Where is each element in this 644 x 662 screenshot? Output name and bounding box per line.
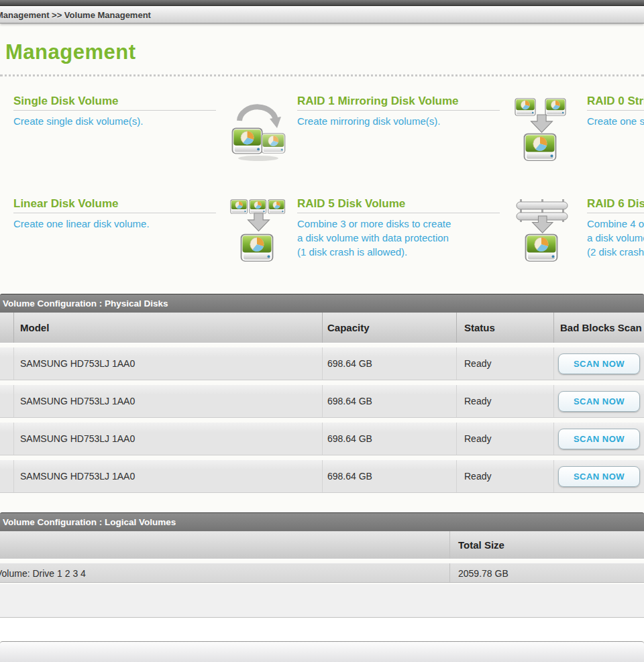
option-desc: Create one striping disk volume(s).	[587, 114, 644, 128]
column-divider	[553, 385, 554, 417]
logical-volume-row: Volume: Drive 1 2 3 4 2059.78 GB	[0, 563, 644, 583]
option-desc: Combine 3 or more disks to create	[297, 217, 500, 231]
column-divider	[449, 531, 450, 559]
option-desc: a disk volume with data protection	[297, 231, 500, 245]
option-desc: (2 disk crash is allowed).	[587, 245, 644, 259]
column-divider	[553, 347, 554, 380]
column-divider	[13, 460, 14, 492]
cell-model: SAMSUNG HD753LJ 1AA0	[20, 423, 135, 455]
cell-status: Ready	[464, 347, 491, 380]
column-divider	[322, 347, 323, 380]
column-divider	[456, 347, 457, 380]
option-title-linear[interactable]: Linear Disk Volume	[13, 197, 216, 213]
page-title: Management	[5, 40, 136, 64]
volume-option-raid1: RAID 1 Mirroring Disk Volume Create mirr…	[297, 95, 500, 128]
column-header-total-size: Total Size	[458, 531, 504, 559]
volume-option-raid6: RAID 6 Disk Volume Combine 4 or more dis…	[587, 197, 644, 259]
column-divider	[553, 313, 554, 343]
scan-now-button[interactable]: SCAN NOW	[558, 466, 640, 487]
option-title-raid1[interactable]: RAID 1 Mirroring Disk Volume	[297, 95, 500, 111]
scan-now-button[interactable]: SCAN NOW	[558, 391, 640, 412]
column-divider	[322, 313, 323, 343]
raid0-striping-icon	[514, 98, 570, 165]
cell-status: Ready	[464, 460, 491, 493]
column-divider	[13, 313, 14, 343]
option-desc: a disk volume with data protection	[587, 231, 644, 245]
logical-volumes-header-row: Total Size	[0, 531, 644, 559]
cell-capacity: 698.64 GB	[327, 347, 372, 380]
option-title-single-disk[interactable]: Single Disk Volume	[13, 95, 216, 111]
scan-now-button[interactable]: SCAN NOW	[558, 353, 640, 374]
option-title-raid5[interactable]: RAID 5 Disk Volume	[297, 197, 500, 213]
option-title-raid6[interactable]: RAID 6 Disk Volume	[587, 197, 644, 213]
physical-disk-row: SAMSUNG HD753LJ 1AA0 698.64 GB Ready SCA…	[0, 347, 644, 380]
option-desc: (1 disk crash is allowed).	[297, 245, 500, 259]
volume-option-raid5: RAID 5 Disk Volume Combine 3 or more dis…	[297, 197, 500, 259]
physical-disks-header-row: Model Capacity Status Bad Blocks Scan	[0, 313, 644, 343]
cell-status: Ready	[464, 385, 491, 418]
option-desc: Create single disk volume(s).	[13, 114, 216, 128]
column-divider	[322, 460, 323, 492]
scan-now-button[interactable]: SCAN NOW	[558, 429, 640, 449]
physical-disk-row: SAMSUNG HD753LJ 1AA0 698.64 GB Ready SCA…	[0, 423, 644, 455]
option-desc: Combine 4 or more disks to create	[587, 217, 644, 231]
logical-volumes-section-title: Volume Configuration : Logical Volumes	[0, 513, 644, 532]
column-divider	[456, 385, 457, 417]
raid5-icon	[230, 199, 286, 266]
volume-option-single-disk: Single Disk Volume Create single disk vo…	[13, 95, 216, 128]
breadcrumb-bar: Management >> Volume Management	[0, 7, 644, 23]
column-header-capacity: Capacity	[327, 313, 370, 343]
option-title-raid0[interactable]: RAID 0 Striping Disk Volume	[587, 95, 644, 111]
option-desc: Create mirroring disk volume(s).	[297, 114, 500, 128]
breadcrumb: Management >> Volume Management	[0, 7, 644, 23]
cell-model: SAMSUNG HD753LJ 1AA0	[20, 385, 135, 418]
cell-status: Ready	[464, 423, 491, 455]
column-divider	[456, 423, 457, 455]
cell-capacity: 698.64 GB	[327, 423, 372, 455]
raid6-icon	[514, 199, 570, 266]
column-header-status: Status	[464, 313, 495, 343]
physical-disk-row: SAMSUNG HD753LJ 1AA0 698.64 GB Ready SCA…	[0, 460, 644, 493]
physical-disks-section-bar: Volume Configuration : Physical Disks	[0, 294, 644, 313]
dotted-separator	[0, 74, 644, 76]
cell-capacity: 698.64 GB	[327, 460, 372, 493]
volume-option-raid0: RAID 0 Striping Disk Volume Create one s…	[587, 95, 644, 128]
column-divider	[456, 460, 457, 492]
volume-option-linear: Linear Disk Volume Create one linear dis…	[13, 197, 216, 231]
column-divider	[456, 313, 457, 343]
cell-total-size: 2059.78 GB	[458, 563, 508, 584]
option-desc: Create one linear disk volume.	[13, 217, 216, 231]
column-divider	[553, 423, 554, 455]
spacer-band	[0, 618, 644, 641]
physical-disk-row: SAMSUNG HD753LJ 1AA0 698.64 GB Ready SCA…	[0, 385, 644, 418]
column-divider	[322, 423, 323, 455]
cell-model: SAMSUNG HD753LJ 1AA0	[20, 347, 135, 380]
physical-disks-section-title: Volume Configuration : Physical Disks	[0, 294, 644, 313]
column-divider	[449, 563, 450, 582]
column-header-bad-blocks-scan: Bad Blocks Scan	[560, 313, 642, 343]
column-divider	[322, 385, 323, 417]
column-divider	[13, 347, 14, 380]
column-divider	[553, 460, 554, 492]
logical-volumes-section-bar: Volume Configuration : Logical Volumes	[0, 512, 644, 531]
column-header-model: Model	[20, 313, 49, 343]
logical-volumes-panel-footer	[0, 584, 644, 618]
window-top-bar	[0, 0, 644, 6]
next-panel-top-edge	[0, 641, 644, 662]
column-divider	[13, 423, 14, 455]
cell-model: SAMSUNG HD753LJ 1AA0	[20, 460, 135, 493]
cell-volume-name: Volume: Drive 1 2 3 4	[0, 563, 86, 584]
raid1-mirroring-icon	[230, 98, 286, 165]
cell-capacity: 698.64 GB	[327, 385, 372, 418]
column-divider	[13, 385, 14, 417]
